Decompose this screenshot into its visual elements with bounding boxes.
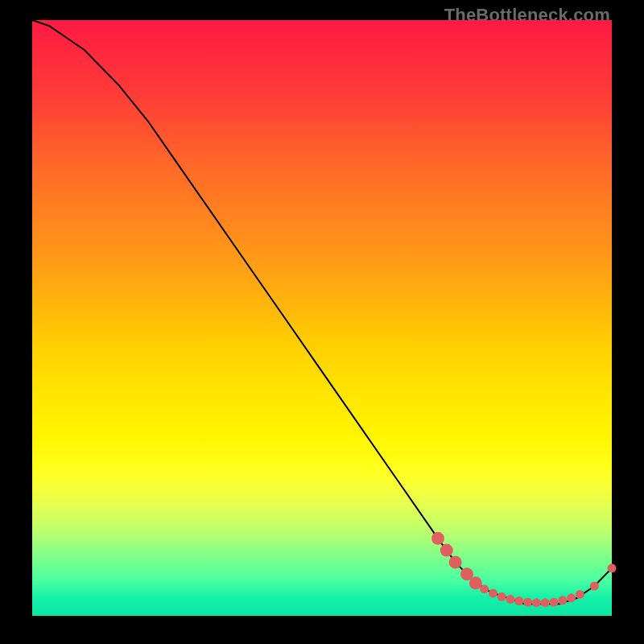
bottleneck-curve (32, 20, 612, 604)
marker-dot (440, 544, 453, 557)
marker-dot (532, 598, 541, 607)
marker-dot (558, 596, 567, 605)
marker-dot (480, 584, 489, 593)
marker-dot (497, 592, 506, 601)
marker-dot (449, 555, 462, 568)
marker-dot (469, 576, 482, 589)
marker-dot (590, 582, 599, 591)
plot-area (32, 20, 612, 616)
marker-dot (514, 597, 523, 605)
curve-svg (32, 20, 612, 616)
marker-dot (567, 593, 576, 602)
chart-stage: TheBottleneck.com (0, 0, 644, 644)
marker-group (431, 532, 617, 607)
marker-dot (608, 564, 617, 572)
marker-dot (431, 532, 444, 545)
marker-dot (550, 598, 559, 607)
marker-dot (489, 588, 497, 597)
marker-dot (576, 590, 584, 599)
marker-dot (541, 598, 550, 607)
marker-dot (523, 598, 532, 607)
marker-dot (506, 595, 515, 604)
